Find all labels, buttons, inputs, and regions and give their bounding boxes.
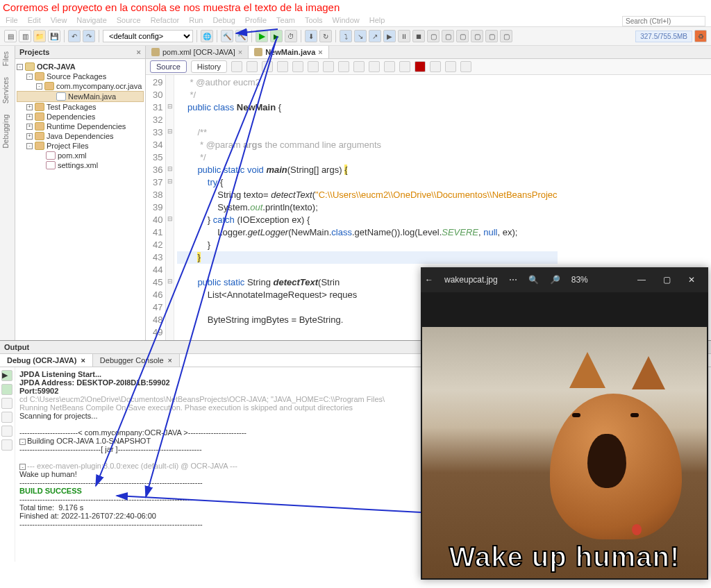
globe-icon[interactable]: 🌐 (201, 30, 213, 42)
maximize-icon[interactable]: ▢ (654, 267, 679, 292)
projects-close-icon[interactable]: × (137, 48, 141, 56)
sidetab-services[interactable]: Services (0, 72, 12, 109)
tree-node[interactable]: -com.mycompany.ocr.java (17, 81, 144, 91)
tab-close-icon[interactable]: × (318, 48, 322, 56)
run-icon[interactable]: ▶ (256, 30, 268, 42)
editor-toolbar-icon[interactable] (323, 61, 334, 72)
editor-toolbar-icon[interactable] (430, 61, 441, 72)
editor-toolbar-icon[interactable] (231, 61, 242, 72)
menu-team[interactable]: Team (276, 16, 295, 26)
stop-icon[interactable]: ⏹ (412, 30, 425, 42)
sidetab-files[interactable]: Files (0, 46, 12, 72)
back-icon[interactable]: ← (425, 275, 433, 285)
rerun-debug-icon[interactable] (1, 384, 12, 395)
tree-node[interactable]: settings.xml (17, 160, 144, 170)
tb-icon-4[interactable]: ▢ (471, 30, 483, 42)
output-tab[interactable]: Debug (OCR-JAVA)× (0, 354, 93, 367)
redo-icon[interactable]: ↷ (83, 30, 95, 42)
new-project-icon[interactable]: ▥ (19, 30, 31, 42)
debug-icon[interactable]: ▶ (270, 30, 283, 42)
editor-toolbar-icon[interactable] (292, 61, 303, 72)
tree-node[interactable]: +Dependencies (17, 112, 144, 121)
continue-icon[interactable]: ▶ (383, 30, 396, 42)
tab-close-icon[interactable]: × (168, 356, 172, 364)
more-icon[interactable]: ⋯ (509, 275, 517, 285)
tree-node[interactable]: +Runtime Dependencies (17, 121, 144, 131)
editor-toolbar-icon[interactable] (308, 61, 319, 72)
menu-tools[interactable]: Tools (305, 16, 323, 26)
build-icon[interactable]: 🔨 (221, 30, 233, 42)
editor-toolbar-icon[interactable] (445, 61, 456, 72)
menu-refactor[interactable]: Refactor (151, 16, 180, 26)
tb-icon-1[interactable]: ▢ (427, 30, 440, 42)
menu-profile[interactable]: Profile (245, 16, 267, 26)
stop-output-icon[interactable] (1, 398, 12, 409)
tb-icon-3[interactable]: ▢ (456, 30, 469, 42)
editor-tab[interactable]: NewMain.java× (249, 46, 329, 58)
attach-debugger-icon[interactable]: ⬇ (305, 30, 317, 42)
tree-node[interactable]: +Test Packages (17, 102, 144, 112)
menu-navigate[interactable]: Navigate (76, 16, 106, 26)
zoom-out-icon[interactable]: 🔍 (528, 275, 539, 285)
editor-toolbar-icon[interactable] (384, 61, 395, 72)
clean-build-icon[interactable]: 🔨 (235, 30, 248, 42)
editor-toolbar-icon[interactable] (338, 61, 349, 72)
save-output-icon[interactable] (1, 412, 12, 423)
save-all-icon[interactable]: 💾 (48, 30, 60, 42)
editor-toolbar-icon[interactable] (277, 61, 288, 72)
close-icon[interactable]: ✕ (679, 267, 704, 292)
project-root[interactable]: OCR-JAVA (37, 62, 76, 71)
rerun-icon[interactable]: ▶ (1, 370, 12, 381)
tb-icon-6[interactable]: ▢ (500, 30, 512, 42)
editor-toolbar-icon[interactable] (460, 61, 471, 72)
menu-edit[interactable]: Edit (28, 16, 41, 26)
search-input[interactable] (622, 16, 705, 26)
tab-close-icon[interactable]: × (238, 48, 242, 56)
sidetab-debugging[interactable]: Debugging (0, 109, 12, 153)
editor-toolbar-icon[interactable] (246, 61, 258, 72)
tab-close-icon[interactable]: × (81, 356, 85, 364)
editor-toolbar-icon[interactable] (369, 61, 380, 72)
editor-toolbar-icon[interactable] (353, 61, 365, 72)
undo-icon[interactable]: ↶ (68, 30, 81, 42)
open-project-icon[interactable]: 📁 (33, 30, 46, 42)
menu-help[interactable]: Help (369, 16, 385, 26)
menu-debug[interactable]: Debug (212, 16, 235, 26)
gc-icon[interactable]: ♻ (694, 30, 707, 42)
subtab-source[interactable]: Source (150, 60, 187, 73)
minimize-icon[interactable]: — (629, 267, 654, 292)
step-into-icon[interactable]: ↘ (354, 30, 367, 42)
config-select[interactable]: <default config> (103, 30, 193, 42)
output-toolbar: ▶ (0, 367, 15, 562)
menu-source[interactable]: Source (117, 16, 141, 26)
step-over-icon[interactable]: ⤵ (340, 30, 352, 42)
editor-toolbar-icon[interactable] (262, 61, 273, 72)
pause-icon[interactable]: ⏸ (398, 30, 410, 42)
tb-icon-2[interactable]: ▢ (442, 30, 454, 42)
project-tree[interactable]: -OCR-JAVA -Source Packages-com.mycompany… (15, 59, 145, 173)
zoom-in-icon[interactable]: 🔎 (550, 275, 560, 285)
reload-icon[interactable]: ↻ (319, 30, 332, 42)
memory-indicator[interactable]: 327.5/755.5MB (635, 31, 692, 42)
menu-view[interactable]: View (51, 16, 67, 26)
editor-tab[interactable]: pom.xml [OCR-JAVA]× (146, 46, 249, 58)
tree-node[interactable]: pom.xml (17, 151, 144, 160)
menu-file[interactable]: File (6, 16, 18, 26)
tree-node[interactable]: -Source Packages (17, 72, 144, 81)
tb-icon-5[interactable]: ▢ (485, 30, 498, 42)
clear-output-icon[interactable] (1, 439, 12, 451)
macro-record-icon[interactable] (415, 61, 426, 72)
tree-node[interactable]: +Java Dependencies (17, 131, 144, 141)
tree-node[interactable]: -Project Files (17, 141, 144, 151)
new-file-icon[interactable]: ▤ (4, 30, 17, 42)
tree-node[interactable]: NewMain.java (17, 91, 144, 102)
profile-icon[interactable]: ⏱ (285, 30, 297, 42)
editor-toolbar-icon[interactable] (399, 61, 410, 72)
menu-window[interactable]: Window (333, 16, 360, 26)
output-tab[interactable]: Debugger Console× (93, 354, 180, 367)
subtab-history[interactable]: History (191, 60, 227, 73)
photos-window[interactable]: ← wakeupcat.jpg ⋯ 🔍 🔎 83% — ▢ ✕ Wake up … (421, 267, 708, 580)
menu-run[interactable]: Run (189, 16, 203, 26)
wrap-text-icon[interactable] (1, 426, 12, 437)
step-out-icon[interactable]: ↗ (369, 30, 381, 42)
